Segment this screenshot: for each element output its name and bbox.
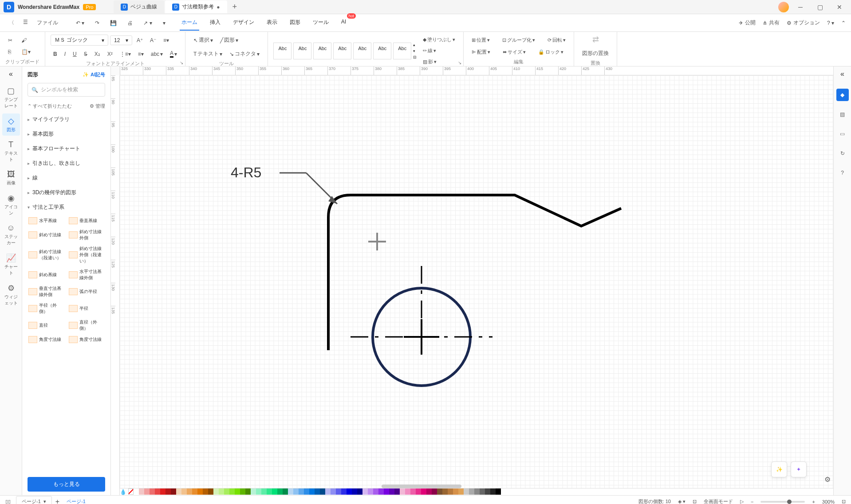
color-swatch[interactable] [331,488,336,495]
doc-tab-dimension[interactable]: D 寸法種類参考 ● [165,0,227,13]
style-scroll-up[interactable]: ▴ [413,43,417,47]
style-preset-3[interactable]: Abc [313,43,331,59]
color-swatch[interactable] [277,488,283,495]
export-button[interactable]: ↗ ▾ [140,18,155,28]
color-swatch[interactable] [421,488,426,495]
color-swatch[interactable] [155,488,160,495]
left-tool-image[interactable]: 🖼画像 [2,167,20,189]
style-scroll-down[interactable]: ▾ [413,49,417,53]
left-tool-template[interactable]: ▢テンプレート [2,83,20,112]
tab-home[interactable]: ホーム [180,15,199,31]
redo-button[interactable]: ↷ [91,18,103,28]
shape-item[interactable]: 斜め基線 [28,268,65,282]
color-swatch[interactable] [272,488,277,495]
connector-tool-button[interactable]: ↘ コネクタ ▾ [227,48,262,59]
minimize-button[interactable]: ─ [792,1,808,13]
color-swatch[interactable] [448,488,453,495]
menu-icon[interactable]: ☰ [20,17,32,28]
lock-button[interactable]: 🔒 ロック ▾ [536,47,566,57]
options-button[interactable]: ⚙ オプション [787,19,820,27]
color-swatch[interactable] [181,488,187,495]
page-select-dropdown[interactable]: ページ-1 ▾ [16,496,52,504]
horizontal-scrollbar[interactable] [382,484,461,488]
color-swatch[interactable] [325,488,331,495]
color-swatch[interactable] [474,488,480,495]
shape-item[interactable]: 垂直寸法基線外側 [28,285,65,299]
color-swatch[interactable] [426,488,432,495]
color-swatch[interactable] [416,488,421,495]
color-swatch[interactable] [432,488,437,495]
style-preset-5[interactable]: Abc [353,43,371,59]
tab-view[interactable]: 表示 [265,15,279,31]
color-swatch[interactable] [384,488,389,495]
color-swatch[interactable] [267,488,272,495]
more-button[interactable]: ▾ [159,18,169,28]
doc-tab-bezier[interactable]: D ベジュ曲線 [114,0,164,13]
color-swatch[interactable] [224,488,229,495]
color-swatch[interactable] [458,488,464,495]
back-button[interactable]: 〈 [5,17,18,28]
shape-item[interactable]: 角度寸法線 [68,335,106,344]
drawing-canvas[interactable]: 4-R5 [120,75,833,495]
color-swatch[interactable] [347,488,352,495]
color-swatch[interactable] [373,488,378,495]
style-preset-7[interactable]: Abc [393,43,411,59]
add-tab-button[interactable]: + [228,0,242,13]
left-tool-sticker[interactable]: ☺ステッカー [2,221,20,249]
color-swatch[interactable] [315,488,320,495]
more-shapes-button[interactable]: もっと見る [28,477,105,492]
copy-button[interactable]: ⎘ [5,47,15,57]
color-swatch[interactable] [389,488,394,495]
color-swatch[interactable] [410,488,416,495]
color-swatch[interactable] [165,488,171,495]
symbol-search-input[interactable]: 🔍 シンボルを検索 [28,83,105,97]
undo-button[interactable]: ↶ ▾ [72,18,88,28]
align-button[interactable]: ⊫ 配置 ▾ [469,47,493,57]
left-tool-shapes[interactable]: ◇図形 [2,113,20,136]
font-family-select[interactable]: ＭＳ ゴシック▾ [51,35,108,46]
paste-button[interactable]: 📋▾ [19,47,33,57]
color-swatch[interactable] [176,488,181,495]
right-tool-theme[interactable]: ◆ [836,89,849,101]
color-swatch[interactable] [362,488,368,495]
right-tool-help[interactable]: ? [836,167,849,179]
collapse-all-button[interactable]: ⌃ すべて折りたたむ [28,103,72,109]
collapse-right-icon[interactable]: « [840,70,844,78]
share-button[interactable]: ⋔ 共有 [763,19,780,27]
cut-button[interactable]: ✂ [5,35,15,45]
tab-insert[interactable]: 挿入 [208,15,222,31]
underline-button[interactable]: U [70,49,79,59]
left-tool-text[interactable]: Tテキスト [2,137,20,165]
cat-dimension[interactable]: 寸法と工学系 [28,200,105,215]
expand-font-icon[interactable]: ↘ [180,60,183,65]
zoom-fit-icon[interactable]: ⊡ [842,499,846,504]
bullet-list-button[interactable]: ⋮≡▾ [117,49,134,59]
color-swatch[interactable] [134,488,139,495]
zoom-in-button[interactable]: + [812,499,815,504]
close-button[interactable]: ✕ [831,1,847,13]
color-swatch[interactable] [213,488,219,495]
color-swatch[interactable] [357,488,362,495]
right-tool-history[interactable]: ↻ [836,147,849,160]
save-button[interactable]: 💾 [106,18,120,28]
collapse-left-icon[interactable]: « [9,70,13,78]
line-button[interactable]: ✏ 線 ▾ [420,46,458,56]
format-painter-button[interactable]: 🖌 [19,35,33,45]
cat-line[interactable]: 線 [28,171,105,185]
cat-callout[interactable]: 引き出し、吹き出し [28,156,105,171]
select-tool-button[interactable]: ↖ 選択 ▾ [191,35,216,46]
color-swatch[interactable] [299,488,304,495]
color-swatch[interactable] [336,488,341,495]
shape-item[interactable]: 弧の半径 [68,285,106,299]
color-swatch[interactable] [144,488,150,495]
style-preset-6[interactable]: Abc [373,43,391,59]
font-color-button[interactable]: A▾ [167,48,180,59]
settings-gear-button[interactable]: ⚙ [824,475,831,484]
color-swatch[interactable] [229,488,235,495]
shape-item[interactable]: 半径 [68,301,106,316]
color-swatch[interactable] [309,488,315,495]
color-swatch[interactable] [187,488,192,495]
add-page-button[interactable]: + [55,498,59,504]
publish-button[interactable]: ✈ 公開 [739,19,756,27]
color-swatch[interactable] [283,488,288,495]
